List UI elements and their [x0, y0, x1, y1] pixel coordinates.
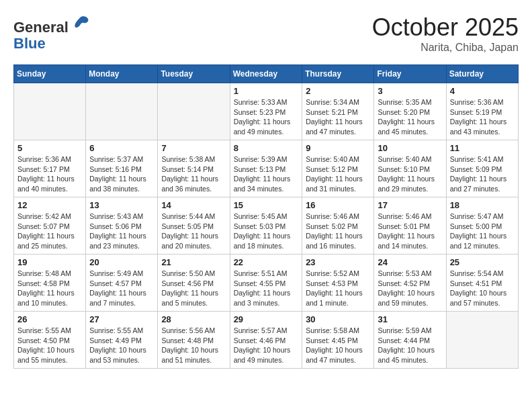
calendar-cell: 27Sunrise: 5:55 AMSunset: 4:49 PMDayligh… [86, 312, 158, 369]
calendar-cell [14, 83, 86, 140]
day-number: 20 [89, 257, 154, 267]
calendar-week-3: 19Sunrise: 5:48 AMSunset: 4:58 PMDayligh… [14, 255, 519, 312]
calendar-cell: 17Sunrise: 5:46 AMSunset: 5:01 PMDayligh… [374, 197, 446, 255]
calendar-cell: 2Sunrise: 5:34 AMSunset: 5:21 PMDaylight… [302, 83, 374, 140]
day-info: Sunrise: 5:55 AMSunset: 4:49 PMDaylight:… [89, 326, 154, 365]
day-info: Sunrise: 5:59 AMSunset: 4:44 PMDaylight:… [378, 326, 442, 365]
day-number: 21 [161, 257, 226, 267]
calendar-cell: 5Sunrise: 5:36 AMSunset: 5:17 PMDaylight… [14, 140, 86, 197]
calendar-cell: 22Sunrise: 5:51 AMSunset: 4:55 PMDayligh… [230, 255, 302, 312]
calendar-cell: 16Sunrise: 5:46 AMSunset: 5:02 PMDayligh… [302, 197, 374, 255]
calendar-header-tuesday: Tuesday [158, 65, 230, 83]
day-number: 15 [234, 200, 299, 210]
day-number: 28 [161, 314, 226, 324]
day-number: 31 [378, 314, 442, 324]
day-number: 7 [161, 143, 226, 153]
day-info: Sunrise: 5:44 AMSunset: 5:05 PMDaylight:… [161, 212, 226, 251]
day-info: Sunrise: 5:50 AMSunset: 4:56 PMDaylight:… [161, 269, 226, 308]
calendar-cell: 29Sunrise: 5:57 AMSunset: 4:46 PMDayligh… [230, 312, 302, 369]
page-header: General Blue October 2025 Narita, Chiba,… [13, 13, 519, 54]
day-number: 3 [378, 86, 442, 96]
calendar-cell [86, 83, 158, 140]
calendar-cell: 21Sunrise: 5:50 AMSunset: 4:56 PMDayligh… [158, 255, 230, 312]
day-info: Sunrise: 5:53 AMSunset: 4:52 PMDaylight:… [378, 269, 442, 308]
day-info: Sunrise: 5:37 AMSunset: 5:16 PMDaylight:… [89, 154, 154, 194]
calendar-header-monday: Monday [86, 65, 158, 83]
day-info: Sunrise: 5:46 AMSunset: 5:02 PMDaylight:… [306, 212, 370, 251]
calendar-header-saturday: Saturday [446, 65, 518, 83]
calendar-header-thursday: Thursday [302, 65, 374, 83]
calendar-header-friday: Friday [374, 65, 446, 83]
day-info: Sunrise: 5:39 AMSunset: 5:13 PMDaylight:… [234, 154, 299, 194]
day-number: 19 [17, 257, 82, 267]
day-number: 1 [234, 86, 299, 96]
calendar-cell: 15Sunrise: 5:45 AMSunset: 5:03 PMDayligh… [230, 197, 302, 255]
day-info: Sunrise: 5:49 AMSunset: 4:57 PMDaylight:… [89, 269, 154, 308]
calendar-cell: 28Sunrise: 5:56 AMSunset: 4:48 PMDayligh… [158, 312, 230, 369]
day-info: Sunrise: 5:36 AMSunset: 5:19 PMDaylight:… [450, 97, 515, 137]
day-number: 14 [161, 200, 226, 210]
calendar-week-1: 5Sunrise: 5:36 AMSunset: 5:17 PMDaylight… [14, 140, 519, 197]
day-number: 25 [450, 257, 515, 267]
calendar-header-row: SundayMondayTuesdayWednesdayThursdayFrid… [14, 65, 519, 83]
day-number: 2 [306, 86, 370, 96]
calendar-header-sunday: Sunday [14, 65, 86, 83]
day-info: Sunrise: 5:38 AMSunset: 5:14 PMDaylight:… [161, 154, 226, 194]
calendar-cell: 18Sunrise: 5:47 AMSunset: 5:00 PMDayligh… [446, 197, 518, 255]
calendar-cell: 10Sunrise: 5:40 AMSunset: 5:10 PMDayligh… [374, 140, 446, 197]
calendar-cell: 13Sunrise: 5:43 AMSunset: 5:06 PMDayligh… [86, 197, 158, 255]
month-title: October 2025 [372, 13, 519, 42]
calendar-table: SundayMondayTuesdayWednesdayThursdayFrid… [13, 64, 519, 369]
calendar-cell: 4Sunrise: 5:36 AMSunset: 5:19 PMDaylight… [446, 83, 518, 140]
day-info: Sunrise: 5:51 AMSunset: 4:55 PMDaylight:… [234, 269, 299, 308]
day-info: Sunrise: 5:55 AMSunset: 4:50 PMDaylight:… [17, 326, 82, 365]
location: Narita, Chiba, Japan [372, 42, 519, 54]
calendar-cell: 3Sunrise: 5:35 AMSunset: 5:20 PMDaylight… [374, 83, 446, 140]
day-info: Sunrise: 5:41 AMSunset: 5:09 PMDaylight:… [450, 154, 515, 194]
logo-general-text: General [13, 19, 69, 36]
day-number: 24 [378, 257, 442, 267]
calendar-cell: 26Sunrise: 5:55 AMSunset: 4:50 PMDayligh… [14, 312, 86, 369]
day-number: 13 [89, 200, 154, 210]
day-info: Sunrise: 5:40 AMSunset: 5:10 PMDaylight:… [378, 154, 442, 194]
logo-blue-text: Blue [13, 35, 46, 52]
day-info: Sunrise: 5:57 AMSunset: 4:46 PMDaylight:… [234, 326, 299, 365]
calendar-cell: 23Sunrise: 5:52 AMSunset: 4:53 PMDayligh… [302, 255, 374, 312]
day-info: Sunrise: 5:33 AMSunset: 5:23 PMDaylight:… [234, 97, 299, 137]
day-number: 30 [306, 314, 370, 324]
day-info: Sunrise: 5:54 AMSunset: 4:51 PMDaylight:… [450, 269, 515, 308]
day-info: Sunrise: 5:40 AMSunset: 5:12 PMDaylight:… [306, 154, 370, 194]
day-number: 18 [450, 200, 515, 210]
day-info: Sunrise: 5:47 AMSunset: 5:00 PMDaylight:… [450, 212, 515, 251]
calendar-cell: 31Sunrise: 5:59 AMSunset: 4:44 PMDayligh… [374, 312, 446, 369]
day-number: 17 [378, 200, 442, 210]
day-number: 12 [17, 200, 82, 210]
calendar-cell: 8Sunrise: 5:39 AMSunset: 5:13 PMDaylight… [230, 140, 302, 197]
calendar-cell: 11Sunrise: 5:41 AMSunset: 5:09 PMDayligh… [446, 140, 518, 197]
day-info: Sunrise: 5:48 AMSunset: 4:58 PMDaylight:… [17, 269, 82, 308]
day-info: Sunrise: 5:34 AMSunset: 5:21 PMDaylight:… [306, 97, 370, 137]
calendar-cell: 6Sunrise: 5:37 AMSunset: 5:16 PMDaylight… [86, 140, 158, 197]
calendar-body: 1Sunrise: 5:33 AMSunset: 5:23 PMDaylight… [14, 83, 519, 369]
calendar-header-wednesday: Wednesday [230, 65, 302, 83]
calendar-cell: 19Sunrise: 5:48 AMSunset: 4:58 PMDayligh… [14, 255, 86, 312]
day-number: 9 [306, 143, 370, 153]
day-number: 29 [234, 314, 299, 324]
logo-bird-icon [71, 13, 90, 32]
calendar-cell: 20Sunrise: 5:49 AMSunset: 4:57 PMDayligh… [86, 255, 158, 312]
day-info: Sunrise: 5:43 AMSunset: 5:06 PMDaylight:… [89, 212, 154, 251]
day-number: 5 [17, 143, 82, 153]
calendar-cell: 25Sunrise: 5:54 AMSunset: 4:51 PMDayligh… [446, 255, 518, 312]
day-number: 22 [234, 257, 299, 267]
day-info: Sunrise: 5:42 AMSunset: 5:07 PMDaylight:… [17, 212, 82, 251]
day-info: Sunrise: 5:46 AMSunset: 5:01 PMDaylight:… [378, 212, 442, 251]
day-info: Sunrise: 5:35 AMSunset: 5:20 PMDaylight:… [378, 97, 442, 137]
day-info: Sunrise: 5:52 AMSunset: 4:53 PMDaylight:… [306, 269, 370, 308]
day-number: 23 [306, 257, 370, 267]
calendar-cell: 24Sunrise: 5:53 AMSunset: 4:52 PMDayligh… [374, 255, 446, 312]
day-number: 10 [378, 143, 442, 153]
title-block: October 2025 Narita, Chiba, Japan [372, 13, 519, 54]
day-info: Sunrise: 5:36 AMSunset: 5:17 PMDaylight:… [17, 154, 82, 194]
calendar-cell: 12Sunrise: 5:42 AMSunset: 5:07 PMDayligh… [14, 197, 86, 255]
calendar-week-2: 12Sunrise: 5:42 AMSunset: 5:07 PMDayligh… [14, 197, 519, 255]
